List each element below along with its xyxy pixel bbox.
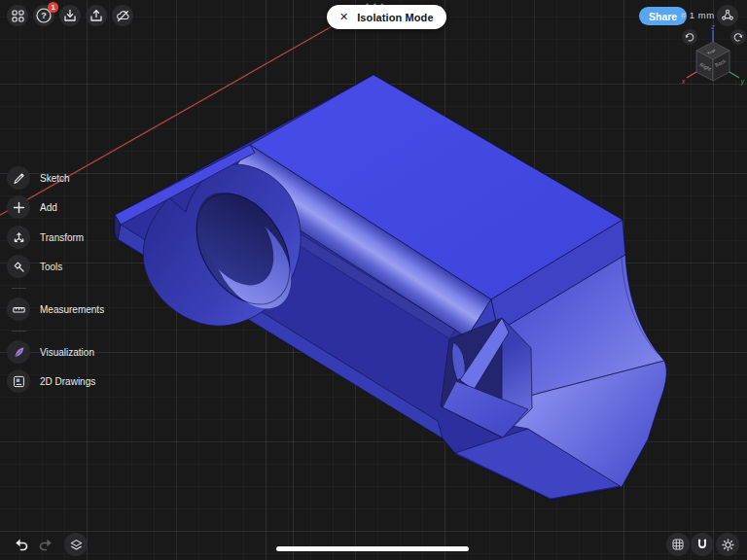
view-cube[interactable]: z x y Top Right Back: [669, 21, 747, 91]
3d-model-viewport[interactable]: [0, 0, 747, 560]
sketch-pencil-icon: [7, 166, 30, 190]
add-plus-icon: [7, 195, 30, 219]
rotate-ccw-button[interactable]: [682, 29, 697, 45]
visualization-feather-icon: [7, 340, 30, 364]
measurements-ruler-icon: [7, 298, 30, 321]
snap-constraint-icon: [721, 9, 734, 22]
y-axis-label: y: [740, 78, 745, 86]
sidebar-label: Tools: [40, 262, 62, 272]
rotate-cw-button[interactable]: [730, 29, 746, 45]
drawings-sheet-icon: [7, 369, 30, 393]
export-button[interactable]: [86, 5, 107, 26]
materials-icon: [671, 538, 685, 551]
import-button[interactable]: [59, 5, 81, 26]
y-axis-line: [729, 72, 739, 78]
transform-axes-icon: [7, 226, 30, 249]
magnet-snap-icon: [695, 538, 709, 551]
undo-icon[interactable]: [13, 536, 30, 553]
home-indicator[interactable]: [276, 546, 469, 551]
materials-button[interactable]: [666, 533, 690, 556]
sidebar-item-sketch[interactable]: Sketch: [7, 166, 70, 190]
sidebar-label: Visualization: [40, 347, 94, 358]
app-window: ? 1 • • • ✕ Isolation Mode Share: [0, 0, 747, 560]
sidebar-divider: [12, 288, 26, 289]
grid-unit-setting[interactable]: # 1 mm: [681, 10, 715, 20]
export-upload-icon: [89, 9, 103, 22]
sidebar-divider: [12, 331, 26, 332]
settings-gear-icon: [721, 538, 735, 552]
svg-text:?: ?: [41, 11, 47, 20]
cloud-sync-button[interactable]: [112, 5, 133, 26]
cloud-offline-icon: [116, 9, 130, 23]
sidebar-item-tools[interactable]: Tools: [7, 255, 62, 278]
sidebar-item-transform[interactable]: Transform: [7, 226, 84, 249]
import-download-icon: [63, 9, 77, 22]
x-axis-label: x: [681, 78, 686, 85]
sidebar-label: Measurements: [40, 304, 104, 315]
layers-icon: [69, 538, 84, 552]
isolation-mode-label: Isolation Mode: [357, 12, 433, 23]
sidebar-label: Sketch: [40, 173, 70, 184]
snapping-button[interactable]: [691, 533, 714, 556]
x-axis-line: [687, 72, 696, 78]
redo-icon[interactable]: [37, 536, 54, 553]
isolation-layers-button[interactable]: [64, 533, 88, 556]
z-axis-label: z: [710, 23, 715, 30]
grid-hash-icon: #: [681, 10, 687, 20]
apps-grid-button[interactable]: [7, 5, 28, 26]
grid-unit-value: 1 mm: [690, 10, 715, 20]
sidebar-label: Add: [40, 202, 57, 213]
sidebar-label: Transform: [40, 232, 84, 243]
settings-button[interactable]: [716, 533, 739, 556]
sidebar-item-add[interactable]: Add: [7, 195, 57, 219]
close-icon[interactable]: ✕: [339, 12, 348, 22]
sidebar-label: 2D Drawings: [40, 376, 95, 387]
notification-badge: 1: [48, 2, 58, 13]
tools-hammer-icon: [7, 255, 30, 278]
sidebar-item-2d-drawings[interactable]: 2D Drawings: [7, 369, 95, 393]
sidebar-item-visualization[interactable]: Visualization: [7, 340, 94, 364]
sidebar-item-measurements[interactable]: Measurements: [7, 298, 104, 321]
isolation-mode-pill[interactable]: ✕ Isolation Mode: [327, 5, 446, 29]
apps-grid-icon: [12, 10, 24, 22]
